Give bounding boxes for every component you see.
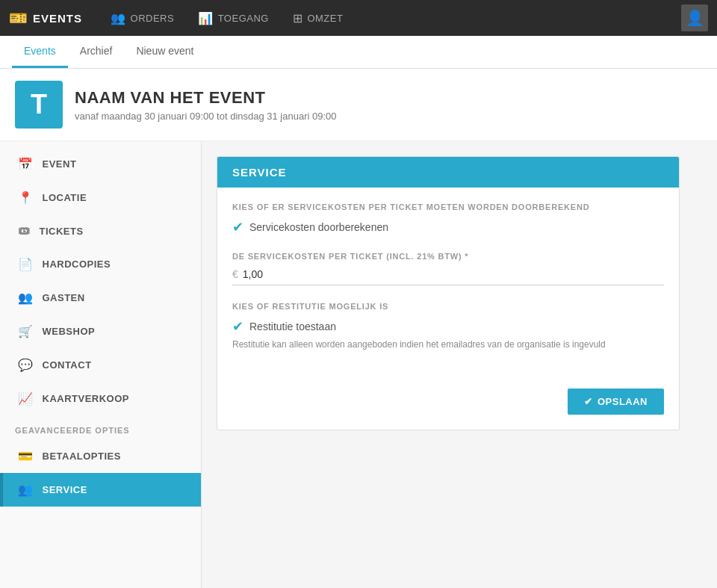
locatie-icon: 📍 [18, 191, 34, 205]
event-header: T NAAM VAN HET EVENT vanaf maandag 30 ja… [0, 69, 717, 141]
bedrag-input[interactable] [243, 268, 302, 280]
hardcopies-icon: 📄 [18, 257, 34, 271]
sidebar-kaartverkoop-label: KAARTVERKOOP [43, 393, 130, 404]
save-check-icon: ✔ [584, 396, 593, 407]
save-label: OPSLAAN [598, 396, 648, 407]
servicekosten-group: KIES OF ER SERVICEKOSTEN PER TICKET MOET… [232, 202, 664, 235]
restitutie-label: KIES OF RESTITUTIE MOGELIJK IS [232, 302, 664, 311]
bedrag-label: DE SERVICEKOSTEN PER TICKET (INCL. 21% B… [232, 252, 664, 261]
subnav-nieuw[interactable]: Nieuw event [124, 36, 205, 68]
restitutie-check-icon: ✔ [232, 318, 243, 335]
user-avatar[interactable]: 👤 [681, 4, 708, 31]
sidebar-item-webshop[interactable]: 🛒 WEBSHOP [0, 315, 201, 348]
restitutie-checkbox-row[interactable]: ✔ Restitutie toestaan [232, 318, 664, 335]
sidebar-service-label: SERVICE [43, 484, 87, 495]
panel-body: KIES OF ER SERVICEKOSTEN PER TICKET MOET… [217, 188, 679, 381]
servicekosten-label: KIES OF ER SERVICEKOSTEN PER TICKET MOET… [232, 202, 664, 211]
omzet-icon: ⊞ [293, 11, 303, 25]
sidebar-betaalopties-label: BETAALOPTIES [43, 451, 121, 462]
sidebar-tickets-label: TICKETS [40, 226, 84, 237]
event-info: NAAM VAN HET EVENT vanaf maandag 30 janu… [75, 88, 337, 122]
main-content: SERVICE KIES OF ER SERVICEKOSTEN PER TIC… [202, 141, 717, 588]
brand-icon: 🎫 [9, 9, 28, 27]
servicekosten-check-icon: ✔ [232, 219, 243, 235]
main-layout: 📅 EVENT 📍 LOCATIE 🎟 TICKETS 📄 HARDCOPIES… [0, 141, 717, 588]
contact-icon: 💬 [18, 358, 34, 372]
service-icon: 👥 [18, 483, 34, 497]
subnav-nieuw-label: Nieuw event [136, 45, 193, 57]
sidebar-locatie-label: LOCATIE [43, 192, 87, 203]
event-logo: T [15, 81, 63, 129]
nav-omzet-label: OMZET [307, 13, 343, 24]
nav-item-orders[interactable]: 👥 ORDERS [100, 5, 184, 31]
sidebar-hardcopies-label: HARDCOPIES [43, 259, 111, 270]
event-title: NAAM VAN HET EVENT [75, 88, 337, 108]
orders-icon: 👥 [111, 11, 126, 25]
toegang-icon: 📊 [198, 11, 214, 25]
sidebar-item-betaalopties[interactable]: 💳 BETAALOPTIES [0, 439, 201, 473]
restitutie-note: Restitutie kan alleen worden aangeboden … [232, 339, 664, 350]
webshop-icon: 🛒 [18, 324, 34, 338]
brand-label: EVENTS [33, 12, 82, 25]
avatar-icon: 👤 [686, 9, 704, 27]
sidebar-item-hardcopies[interactable]: 📄 HARDCOPIES [0, 247, 201, 281]
sidebar-item-kaartverkoop[interactable]: 📈 KAARTVERKOOP [0, 382, 201, 415]
subnav-events-label: Events [24, 45, 56, 57]
betaalopties-icon: 💳 [18, 449, 34, 463]
sub-navigation: Events Archief Nieuw event [0, 36, 717, 69]
event-logo-letter: T [31, 89, 47, 120]
sidebar-gasten-label: GASTEN [43, 292, 85, 303]
sidebar-webshop-label: WEBSHOP [43, 326, 96, 337]
gasten-icon: 👥 [18, 291, 34, 305]
brand[interactable]: 🎫 EVENTS [9, 9, 82, 27]
top-navigation: 🎫 EVENTS 👥 ORDERS 📊 TOEGANG ⊞ OMZET 👤 [0, 0, 717, 36]
sidebar-item-gasten[interactable]: 👥 GASTEN [0, 281, 201, 315]
sidebar-item-locatie[interactable]: 📍 LOCATIE [0, 181, 201, 214]
servicekosten-checkbox-label: Servicekosten doorberekenen [249, 221, 388, 233]
kaartverkoop-icon: 📈 [18, 392, 34, 406]
top-nav-items: 👥 ORDERS 📊 TOEGANG ⊞ OMZET [100, 5, 681, 31]
subnav-archief-label: Archief [80, 45, 113, 57]
tickets-icon: 🎟 [18, 224, 31, 238]
restitutie-group: KIES OF RESTITUTIE MOGELIJK IS ✔ Restitu… [232, 302, 664, 350]
sidebar-contact-label: CONTACT [43, 359, 92, 371]
nav-item-omzet[interactable]: ⊞ OMZET [282, 5, 354, 31]
sidebar-item-service[interactable]: 👥 SERVICE [0, 473, 201, 507]
save-button[interactable]: ✔ OPSLAAN [568, 389, 664, 415]
service-panel: SERVICE KIES OF ER SERVICEKOSTEN PER TIC… [217, 156, 680, 430]
subnav-events[interactable]: Events [12, 36, 68, 68]
bedrag-input-row: € [232, 268, 664, 285]
bedrag-group: DE SERVICEKOSTEN PER TICKET (INCL. 21% B… [232, 252, 664, 285]
event-date: vanaf maandag 30 januari 09:00 tot dinsd… [75, 111, 337, 122]
restitutie-checkbox-label: Restitutie toestaan [249, 321, 336, 332]
sidebar-event-label: EVENT [43, 158, 77, 170]
panel-header: SERVICE [217, 157, 679, 188]
subnav-archief[interactable]: Archief [68, 36, 125, 68]
nav-toegang-label: TOEGANG [218, 13, 269, 24]
advanced-section-label: GEAVANCEERDE OPTIES [0, 415, 201, 439]
sidebar-item-tickets[interactable]: 🎟 TICKETS [0, 214, 201, 247]
currency-prefix: € [232, 268, 238, 280]
nav-orders-label: ORDERS [131, 13, 175, 24]
panel-footer: ✔ OPSLAAN [217, 381, 679, 430]
servicekosten-checkbox-row[interactable]: ✔ Servicekosten doorberekenen [232, 219, 664, 235]
sidebar-item-event[interactable]: 📅 EVENT [0, 147, 201, 181]
sidebar-item-contact[interactable]: 💬 CONTACT [0, 348, 201, 382]
sidebar: 📅 EVENT 📍 LOCATIE 🎟 TICKETS 📄 HARDCOPIES… [0, 141, 202, 588]
event-icon: 📅 [18, 157, 34, 171]
nav-item-toegang[interactable]: 📊 TOEGANG [187, 5, 279, 31]
